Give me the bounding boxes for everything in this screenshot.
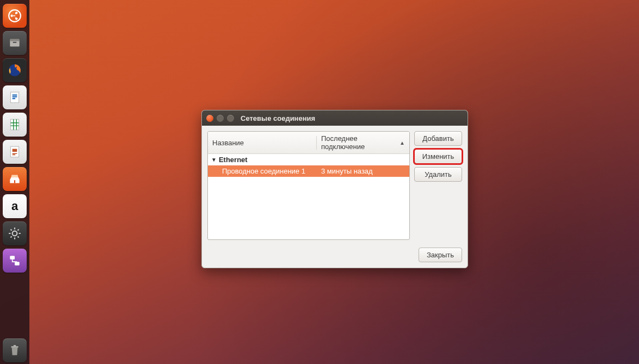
launcher-amazon-icon[interactable]: a xyxy=(3,194,27,218)
svg-point-13 xyxy=(13,231,17,236)
launcher-settings-icon[interactable] xyxy=(3,221,27,245)
launcher-ubuntu-software-icon[interactable] xyxy=(3,167,27,191)
connection-group-label: Ethernet xyxy=(219,156,248,164)
svg-rect-11 xyxy=(13,149,17,152)
connections-list[interactable]: Название Последнее подключение ▲ ▼ Ether… xyxy=(207,131,410,240)
launcher-libreoffice-calc-icon[interactable] xyxy=(3,113,27,137)
network-connections-window: Сетевые соединения Название Последнее по… xyxy=(201,110,468,268)
window-close-icon[interactable] xyxy=(206,115,213,122)
delete-button[interactable]: Удалить xyxy=(414,167,462,182)
window-titlebar[interactable]: Сетевые соединения xyxy=(202,110,468,126)
close-button[interactable]: Закрыть xyxy=(419,248,462,262)
launcher-libreoffice-impress-icon[interactable] xyxy=(3,140,27,164)
window-maximize-icon[interactable] xyxy=(227,115,234,122)
unity-launcher: a xyxy=(0,0,29,364)
connection-name: Проводное соединение 1 xyxy=(208,165,317,177)
launcher-network-connections-icon[interactable] xyxy=(3,249,27,273)
svg-rect-14 xyxy=(10,256,15,260)
action-buttons-column: Добавить Изменить Удалить xyxy=(414,131,462,240)
connection-last-used: 3 минуты назад xyxy=(317,165,409,177)
launcher-libreoffice-writer-icon[interactable] xyxy=(3,85,27,109)
launcher-firefox-icon[interactable] xyxy=(3,58,27,82)
svg-rect-16 xyxy=(11,346,19,347)
svg-rect-5 xyxy=(10,39,19,41)
connection-row[interactable]: Проводное соединение 1 3 минуты назад xyxy=(208,165,409,177)
launcher-dash-icon[interactable] xyxy=(3,4,27,28)
connection-group-ethernet[interactable]: ▼ Ethernet xyxy=(208,154,409,165)
svg-rect-15 xyxy=(15,262,20,266)
window-minimize-icon[interactable] xyxy=(217,115,224,122)
svg-rect-12 xyxy=(14,180,15,183)
column-header-last-used[interactable]: Последнее подключение ▲ xyxy=(317,132,409,153)
svg-rect-9 xyxy=(10,119,19,130)
column-header-name[interactable]: Название xyxy=(208,136,317,150)
list-header[interactable]: Название Последнее подключение ▲ xyxy=(208,132,409,154)
edit-button[interactable]: Изменить xyxy=(414,149,462,164)
svg-rect-17 xyxy=(14,345,16,346)
launcher-trash-icon[interactable] xyxy=(3,338,27,362)
window-title: Сетевые соединения xyxy=(241,114,315,122)
add-button[interactable]: Добавить xyxy=(414,131,462,146)
sort-ascending-icon: ▲ xyxy=(400,140,405,146)
column-header-last-used-label: Последнее подключение xyxy=(321,134,400,151)
collapse-triangle-icon: ▼ xyxy=(211,157,217,163)
launcher-files-icon[interactable] xyxy=(3,31,27,55)
svg-point-1 xyxy=(10,15,13,17)
svg-rect-6 xyxy=(13,42,17,43)
